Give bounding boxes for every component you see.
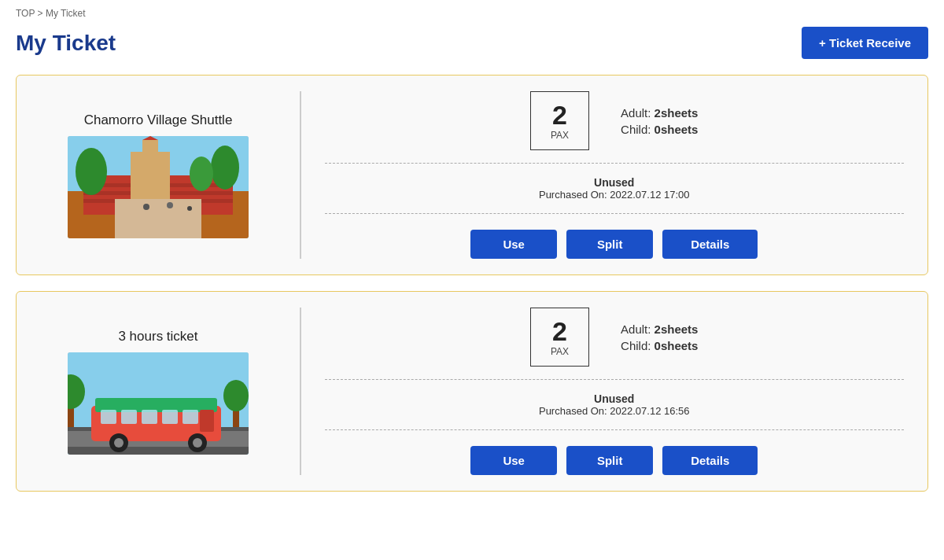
use-button-2[interactable]: Use [470, 446, 557, 475]
status-text-1: Unused [325, 176, 905, 189]
svg-point-14 [167, 202, 173, 208]
pax-box-1: 2 PAX [530, 91, 589, 150]
ticket-right-1: 2 PAX Adult: 2sheets Child: 0sheets Unus… [301, 76, 928, 274]
purchased-text-2: Purchased On: 2022.07.12 16:56 [325, 405, 905, 417]
svg-point-22 [223, 380, 249, 411]
pax-info-row-2: 2 PAX Adult: 2sheets Child: 0sheets [325, 308, 905, 367]
dashed-divider-top-1 [325, 163, 905, 164]
purchased-text-1: Purchased On: 2022.07.12 17:00 [325, 189, 905, 201]
dashed-divider-top-2 [325, 379, 905, 380]
adult-info-1: Adult: 2sheets [621, 106, 698, 120]
child-info-1: Child: 0sheets [621, 123, 698, 136]
pax-info-row-1: 2 PAX Adult: 2sheets Child: 0sheets [325, 91, 905, 150]
svg-rect-29 [183, 410, 198, 424]
dashed-divider-bot-2 [325, 429, 905, 430]
action-buttons-1: Use Split Details [470, 230, 758, 259]
status-row-2: Unused Purchased On: 2022.07.12 16:56 [325, 392, 905, 417]
ticket-right-2: 2 PAX Adult: 2sheets Child: 0sheets Unus… [301, 292, 928, 491]
ticket-left-2: 3 hours ticket [17, 292, 300, 491]
child-info-2: Child: 0sheets [621, 339, 698, 352]
sheet-info-1: Adult: 2sheets Child: 0sheets [621, 106, 698, 136]
ticket-image-2 [68, 352, 249, 455]
svg-rect-26 [121, 410, 137, 424]
svg-rect-25 [101, 410, 116, 424]
pax-label-2: PAX [551, 346, 569, 357]
status-text-2: Unused [325, 392, 905, 405]
svg-point-11 [190, 157, 213, 191]
page-header: My Ticket + Ticket Receive [16, 27, 928, 59]
details-button-2[interactable]: Details [662, 446, 758, 475]
svg-rect-28 [162, 410, 178, 424]
svg-rect-12 [115, 199, 201, 238]
ticket-image-1 [68, 136, 249, 238]
svg-point-15 [187, 206, 192, 211]
svg-rect-27 [142, 410, 157, 424]
svg-point-9 [76, 148, 107, 195]
use-button-1[interactable]: Use [470, 230, 557, 259]
svg-point-10 [211, 146, 239, 190]
svg-rect-7 [142, 140, 158, 156]
status-row-1: Unused Purchased On: 2022.07.12 17:00 [325, 176, 905, 201]
ticket-list: Chamorro Village Shuttle [16, 75, 928, 492]
svg-point-31 [114, 438, 124, 448]
svg-rect-6 [131, 152, 170, 199]
breadcrumb: TOP > My Ticket [16, 8, 928, 19]
svg-point-33 [193, 438, 202, 448]
sheet-info-2: Adult: 2sheets Child: 0sheets [621, 322, 698, 352]
ticket-left-1: Chamorro Village Shuttle [17, 76, 300, 274]
svg-rect-34 [200, 410, 214, 432]
svg-point-13 [143, 204, 149, 210]
split-button-1[interactable]: Split [566, 230, 653, 259]
pax-number-1: 2 [552, 101, 567, 128]
ticket-card-1: Chamorro Village Shuttle [16, 75, 928, 275]
page-title: My Ticket [16, 31, 116, 56]
action-buttons-2: Use Split Details [470, 446, 758, 475]
ticket-card-2: 3 hours ticket [16, 291, 928, 492]
ticket-receive-button[interactable]: + Ticket Receive [802, 27, 928, 59]
pax-label-1: PAX [551, 130, 569, 141]
details-button-1[interactable]: Details [662, 230, 758, 259]
pax-number-2: 2 [552, 318, 567, 344]
pax-box-2: 2 PAX [530, 308, 589, 367]
dashed-divider-bot-1 [325, 213, 905, 214]
ticket-name-1: Chamorro Village Shuttle [84, 112, 233, 128]
split-button-2[interactable]: Split [566, 446, 653, 475]
adult-info-2: Adult: 2sheets [621, 322, 698, 336]
ticket-name-2: 3 hours ticket [118, 329, 197, 344]
